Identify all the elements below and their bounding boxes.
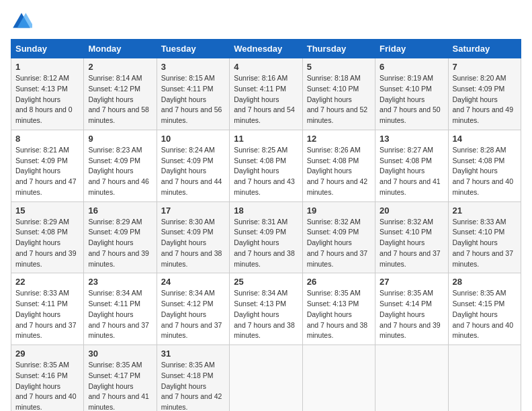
day-number: 19: [307, 205, 371, 216]
calendar-cell: 16 Sunrise: 8:29 AM Sunset: 4:09 PM Dayl…: [84, 201, 157, 273]
weekday-header-monday: Monday: [84, 40, 157, 58]
day-number: 14: [453, 134, 517, 144]
day-number: 18: [234, 205, 298, 216]
day-number: 21: [453, 205, 517, 216]
day-number: 3: [161, 62, 225, 72]
day-info: Sunrise: 8:18 AM Sunset: 4:10 PM Dayligh…: [307, 73, 371, 126]
day-number: 16: [88, 205, 152, 216]
calendar-cell: 30 Sunrise: 8:35 AM Sunset: 4:17 PM Dayl…: [84, 345, 157, 412]
calendar-cell: 1 Sunrise: 8:12 AM Sunset: 4:13 PM Dayli…: [11, 58, 84, 130]
day-info: Sunrise: 8:21 AM Sunset: 4:09 PM Dayligh…: [15, 145, 79, 198]
day-number: 22: [15, 277, 79, 287]
calendar-cell: 15 Sunrise: 8:29 AM Sunset: 4:08 PM Dayl…: [11, 201, 84, 273]
calendar-cell: 2 Sunrise: 8:14 AM Sunset: 4:12 PM Dayli…: [84, 58, 157, 130]
day-info: Sunrise: 8:35 AM Sunset: 4:18 PM Dayligh…: [161, 360, 225, 411]
day-info: Sunrise: 8:35 AM Sunset: 4:17 PM Dayligh…: [88, 360, 152, 411]
day-number: 11: [234, 134, 298, 144]
weekday-header-row: SundayMondayTuesdayWednesdayThursdayFrid…: [11, 40, 521, 58]
day-number: 25: [234, 277, 298, 287]
weekday-header-tuesday: Tuesday: [157, 40, 229, 58]
calendar-cell: 20 Sunrise: 8:32 AM Sunset: 4:10 PM Dayl…: [375, 201, 448, 273]
calendar-cell: 13 Sunrise: 8:27 AM Sunset: 4:08 PM Dayl…: [375, 130, 448, 201]
calendar-cell: 21 Sunrise: 8:33 AM Sunset: 4:10 PM Dayl…: [448, 201, 521, 273]
calendar-cell: 11 Sunrise: 8:25 AM Sunset: 4:08 PM Dayl…: [230, 130, 302, 201]
calendar-cell: 14 Sunrise: 8:28 AM Sunset: 4:08 PM Dayl…: [448, 130, 521, 201]
day-info: Sunrise: 8:35 AM Sunset: 4:15 PM Dayligh…: [453, 288, 517, 341]
calendar-week-row: 29 Sunrise: 8:35 AM Sunset: 4:16 PM Dayl…: [11, 345, 521, 412]
calendar-cell: 3 Sunrise: 8:15 AM Sunset: 4:11 PM Dayli…: [157, 58, 229, 130]
day-info: Sunrise: 8:34 AM Sunset: 4:11 PM Dayligh…: [88, 288, 152, 341]
logo: [11, 11, 35, 32]
day-number: 15: [15, 205, 79, 216]
day-info: Sunrise: 8:31 AM Sunset: 4:09 PM Dayligh…: [234, 217, 298, 270]
day-info: Sunrise: 8:15 AM Sunset: 4:11 PM Dayligh…: [161, 73, 225, 126]
calendar-week-row: 22 Sunrise: 8:33 AM Sunset: 4:11 PM Dayl…: [11, 273, 521, 345]
day-number: 24: [161, 277, 225, 287]
day-info: Sunrise: 8:32 AM Sunset: 4:09 PM Dayligh…: [307, 217, 371, 270]
day-number: 28: [453, 277, 517, 287]
weekday-header-wednesday: Wednesday: [230, 40, 302, 58]
day-info: Sunrise: 8:19 AM Sunset: 4:10 PM Dayligh…: [380, 73, 443, 126]
day-info: Sunrise: 8:29 AM Sunset: 4:09 PM Dayligh…: [88, 217, 152, 270]
day-number: 27: [380, 277, 443, 287]
calendar-cell: 26 Sunrise: 8:35 AM Sunset: 4:13 PM Dayl…: [302, 273, 375, 345]
day-number: 7: [453, 62, 517, 72]
calendar-week-row: 8 Sunrise: 8:21 AM Sunset: 4:09 PM Dayli…: [11, 130, 521, 201]
calendar-cell: 24 Sunrise: 8:34 AM Sunset: 4:12 PM Dayl…: [157, 273, 229, 345]
weekday-header-friday: Friday: [375, 40, 448, 58]
calendar-week-row: 1 Sunrise: 8:12 AM Sunset: 4:13 PM Dayli…: [11, 58, 521, 130]
day-info: Sunrise: 8:25 AM Sunset: 4:08 PM Dayligh…: [234, 145, 298, 198]
day-info: Sunrise: 8:33 AM Sunset: 4:10 PM Dayligh…: [453, 217, 517, 270]
day-number: 5: [307, 62, 371, 72]
weekday-header-saturday: Saturday: [448, 40, 521, 58]
page-header: [11, 11, 521, 32]
calendar-cell: 25 Sunrise: 8:34 AM Sunset: 4:13 PM Dayl…: [230, 273, 302, 345]
day-info: Sunrise: 8:26 AM Sunset: 4:08 PM Dayligh…: [307, 145, 371, 198]
calendar-cell: 27 Sunrise: 8:35 AM Sunset: 4:14 PM Dayl…: [375, 273, 448, 345]
day-number: 9: [88, 134, 152, 144]
day-info: Sunrise: 8:20 AM Sunset: 4:09 PM Dayligh…: [453, 73, 517, 126]
calendar-cell: 23 Sunrise: 8:34 AM Sunset: 4:11 PM Dayl…: [84, 273, 157, 345]
calendar-cell: 22 Sunrise: 8:33 AM Sunset: 4:11 PM Dayl…: [11, 273, 84, 345]
calendar-cell: 31 Sunrise: 8:35 AM Sunset: 4:18 PM Dayl…: [157, 345, 229, 412]
day-info: Sunrise: 8:12 AM Sunset: 4:13 PM Dayligh…: [15, 73, 79, 126]
day-info: Sunrise: 8:16 AM Sunset: 4:11 PM Dayligh…: [234, 73, 298, 126]
day-number: 12: [307, 134, 371, 144]
logo-icon: [11, 11, 32, 32]
day-number: 4: [234, 62, 298, 72]
day-info: Sunrise: 8:30 AM Sunset: 4:09 PM Dayligh…: [161, 217, 225, 270]
day-number: 20: [380, 205, 443, 216]
calendar-cell: [375, 345, 448, 412]
day-info: Sunrise: 8:24 AM Sunset: 4:09 PM Dayligh…: [161, 145, 225, 198]
day-number: 31: [161, 349, 225, 359]
day-number: 6: [380, 62, 443, 72]
day-number: 26: [307, 277, 371, 287]
day-number: 17: [161, 205, 225, 216]
day-number: 13: [380, 134, 443, 144]
day-number: 10: [161, 134, 225, 144]
calendar-cell: 12 Sunrise: 8:26 AM Sunset: 4:08 PM Dayl…: [302, 130, 375, 201]
day-info: Sunrise: 8:33 AM Sunset: 4:11 PM Dayligh…: [15, 288, 79, 341]
calendar-cell: 4 Sunrise: 8:16 AM Sunset: 4:11 PM Dayli…: [230, 58, 302, 130]
day-info: Sunrise: 8:28 AM Sunset: 4:08 PM Dayligh…: [453, 145, 517, 198]
weekday-header-thursday: Thursday: [302, 40, 375, 58]
day-info: Sunrise: 8:35 AM Sunset: 4:16 PM Dayligh…: [15, 360, 79, 411]
calendar-cell: 17 Sunrise: 8:30 AM Sunset: 4:09 PM Dayl…: [157, 201, 229, 273]
day-info: Sunrise: 8:29 AM Sunset: 4:08 PM Dayligh…: [15, 217, 79, 270]
calendar-table: SundayMondayTuesdayWednesdayThursdayFrid…: [11, 39, 521, 411]
calendar-cell: 7 Sunrise: 8:20 AM Sunset: 4:09 PM Dayli…: [448, 58, 521, 130]
calendar-cell: 28 Sunrise: 8:35 AM Sunset: 4:15 PM Dayl…: [448, 273, 521, 345]
calendar-cell: 6 Sunrise: 8:19 AM Sunset: 4:10 PM Dayli…: [375, 58, 448, 130]
calendar-cell: 18 Sunrise: 8:31 AM Sunset: 4:09 PM Dayl…: [230, 201, 302, 273]
day-number: 29: [15, 349, 79, 359]
day-info: Sunrise: 8:32 AM Sunset: 4:10 PM Dayligh…: [380, 217, 443, 270]
day-number: 23: [88, 277, 152, 287]
calendar-cell: 8 Sunrise: 8:21 AM Sunset: 4:09 PM Dayli…: [11, 130, 84, 201]
calendar-cell: 5 Sunrise: 8:18 AM Sunset: 4:10 PM Dayli…: [302, 58, 375, 130]
calendar-cell: [302, 345, 375, 412]
calendar-cell: 10 Sunrise: 8:24 AM Sunset: 4:09 PM Dayl…: [157, 130, 229, 201]
calendar-week-row: 15 Sunrise: 8:29 AM Sunset: 4:08 PM Dayl…: [11, 201, 521, 273]
day-info: Sunrise: 8:34 AM Sunset: 4:12 PM Dayligh…: [161, 288, 225, 341]
day-number: 1: [15, 62, 79, 72]
weekday-header-sunday: Sunday: [11, 40, 84, 58]
